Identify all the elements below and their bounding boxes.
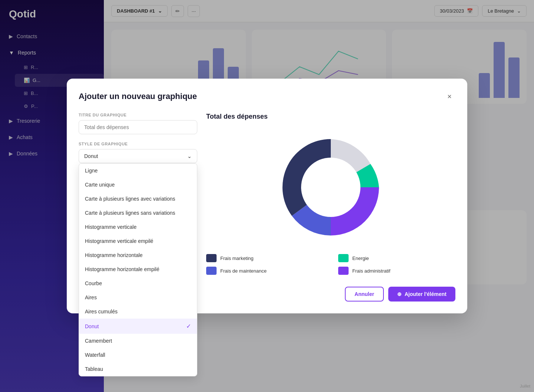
legend-color-marketing	[206, 254, 217, 262]
legend-item-frais-marketing: Frais marketing	[206, 254, 323, 262]
item-label-donut: Donut	[85, 323, 99, 329]
dropdown-chevron-icon: ⌄	[187, 153, 192, 159]
svg-point-0	[301, 158, 360, 217]
item-label-tableau: Tableau	[85, 366, 103, 372]
modal-header: Ajouter un nouveau graphique ×	[79, 90, 455, 102]
style-dropdown-container: Donut ⌄ Ligne Carte unique Carte à plusi…	[79, 149, 197, 163]
dropdown-item-courbe[interactable]: Courbe	[79, 276, 197, 290]
legend-color-admin	[338, 267, 349, 275]
dropdown-item-donut[interactable]: Donut ✓	[79, 319, 197, 334]
legend-label-admin: Frais administratif	[352, 268, 390, 274]
style-current-value: Donut	[84, 153, 98, 159]
dropdown-item-histo-vert-empile[interactable]: Histogramme verticale empilé	[79, 234, 197, 248]
dropdown-item-histo-vert[interactable]: Histogramme verticale	[79, 220, 197, 234]
item-label: Courbe	[85, 280, 102, 286]
dropdown-item-histo-horiz-empile[interactable]: Histogramme horizontale empilé	[79, 262, 197, 276]
style-field-label: STYLE DE GRAPHIQUE	[79, 142, 197, 146]
dropdown-item-camembert[interactable]: Camembert	[79, 334, 197, 348]
modal-body: TITRE DU GRAPHIQUE STYLE DE GRAPHIQUE Do…	[79, 113, 455, 275]
item-label: Carte à plusieurs lignes avec variations	[85, 196, 175, 202]
add-element-button[interactable]: ⊕ Ajouter l'élément	[388, 287, 455, 302]
style-dropdown-menu: Ligne Carte unique Carte à plusieurs lig…	[79, 163, 197, 376]
check-icon: ✓	[186, 323, 191, 330]
item-label: Carte à plusieurs lignes sans variations	[85, 210, 175, 216]
legend-label-energie: Energie	[352, 256, 369, 261]
dropdown-item-aires-cumules[interactable]: Aires cumulés	[79, 304, 197, 319]
donut-chart	[271, 128, 390, 247]
chart-title-input[interactable]	[79, 120, 197, 134]
dropdown-item-carte-plusieurs-var[interactable]: Carte à plusieurs lignes avec variations	[79, 192, 197, 206]
dropdown-item-carte-plusieurs-sans[interactable]: Carte à plusieurs lignes sans variations	[79, 206, 197, 220]
item-label-ligne: Ligne	[85, 168, 98, 174]
modal-dialog: Ajouter un nouveau graphique × TITRE DU …	[67, 79, 467, 313]
title-field-label: TITRE DU GRAPHIQUE	[79, 113, 197, 117]
legend-label-maintenance: Frais de maintenance	[220, 268, 267, 274]
cancel-button[interactable]: Annuler	[345, 287, 384, 302]
style-dropdown-trigger[interactable]: Donut ⌄	[79, 149, 197, 163]
item-label: Histogramme verticale	[85, 224, 136, 230]
legend-color-energie	[338, 254, 349, 262]
item-label-camembert: Camembert	[85, 338, 112, 344]
left-panel: TITRE DU GRAPHIQUE STYLE DE GRAPHIQUE Do…	[79, 113, 197, 275]
legend-label-marketing: Frais marketing	[220, 256, 254, 261]
item-label: Aires	[85, 294, 97, 300]
add-icon: ⊕	[397, 291, 402, 297]
dropdown-item-tableau[interactable]: Tableau	[79, 362, 197, 376]
item-label-waterfall: Waterfall	[85, 352, 105, 358]
item-label: Histogramme horizontale empilé	[85, 266, 159, 272]
item-label: Histogramme horizontale	[85, 252, 143, 258]
close-button[interactable]: ×	[444, 90, 455, 102]
dropdown-item-ligne[interactable]: Ligne	[79, 164, 197, 178]
item-label: Aires cumulés	[85, 309, 118, 314]
right-panel: Total des dépenses	[206, 113, 455, 275]
legend-item-frais-maintenance: Frais de maintenance	[206, 267, 323, 275]
legend-color-maintenance	[206, 267, 217, 275]
dropdown-item-carte-unique[interactable]: Carte unique	[79, 178, 197, 192]
modal-title: Ajouter un nouveau graphique	[79, 92, 197, 101]
dropdown-item-waterfall[interactable]: Waterfall	[79, 348, 197, 362]
dropdown-item-histo-horiz[interactable]: Histogramme horizontale	[79, 248, 197, 262]
legend-item-energie: Energie	[338, 254, 455, 262]
preview-chart-title: Total des dépenses	[206, 113, 455, 121]
add-label: Ajouter l'élément	[405, 291, 446, 297]
legend-item-frais-admin: Frais administratif	[338, 267, 455, 275]
chart-preview-area: Frais marketing Energie Frais de mainten…	[206, 128, 455, 275]
item-label: Histogramme verticale empilé	[85, 238, 153, 244]
dropdown-item-aires[interactable]: Aires	[79, 290, 197, 304]
item-label-carte-unique: Carte unique	[85, 182, 115, 188]
chart-legend: Frais marketing Energie Frais de mainten…	[206, 254, 455, 275]
modal-overlay: Ajouter un nouveau graphique × TITRE DU …	[0, 0, 534, 392]
